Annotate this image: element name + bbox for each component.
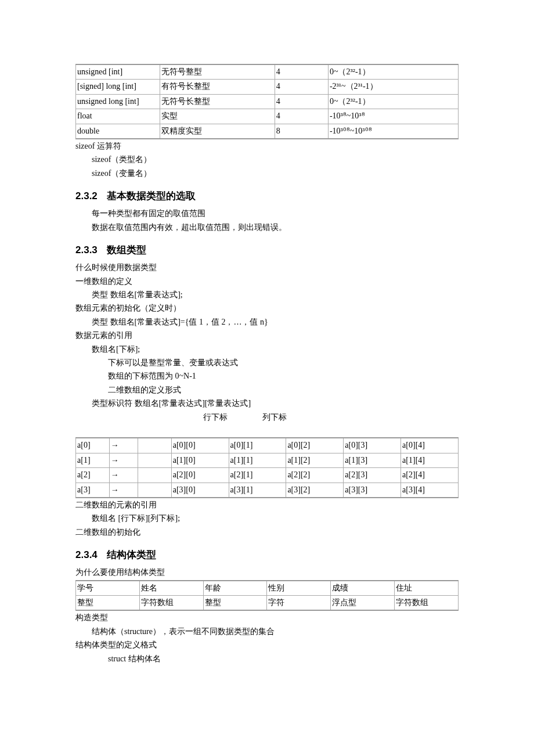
- table-cell: a[0][4]: [401, 438, 459, 453]
- table-cell: a[0]: [76, 438, 110, 453]
- table-cell: double: [76, 124, 160, 139]
- table-cell: a[1][2]: [286, 453, 344, 467]
- table-cell: 0~（2³²-1）: [328, 94, 458, 109]
- table-cell: -10³⁸~10³⁸: [328, 109, 458, 124]
- table-cell: a[3][1]: [229, 483, 286, 498]
- col-sub-label: 列下标: [262, 413, 287, 422]
- table-cell: a[2][1]: [229, 468, 286, 483]
- table-header-cell: 年龄: [203, 581, 267, 596]
- table-cell: 双精度实型: [160, 124, 275, 139]
- table-cell: 无符号长整型: [160, 94, 275, 109]
- table-cell: a[0][0]: [171, 438, 229, 453]
- p233-11: 类型标识符 数组名[常量表达式][常量表达式]: [75, 397, 459, 410]
- table-cell: 0~（2³²-1）: [328, 64, 458, 80]
- table-cell: 浮点型: [331, 596, 395, 611]
- table-cell: →: [109, 483, 138, 498]
- table-cell: →: [109, 438, 138, 453]
- p233-1: 什么时候使用数据类型: [75, 261, 459, 274]
- table-row: a[1]→a[1][0]a[1][1]a[1][2]a[1][3]a[1][4]: [76, 453, 459, 467]
- sizeof-title: sizeof 运算符: [75, 140, 459, 153]
- table-row: double双精度实型8-10³⁰⁸~10³⁰⁸: [76, 124, 459, 139]
- data-types-table: unsigned [int]无符号整型40~（2³²-1）[signed] lo…: [75, 64, 459, 139]
- table-cell: [138, 453, 172, 467]
- heading-num: 2.3.3: [75, 244, 98, 255]
- table-cell: a[2][0]: [171, 468, 229, 483]
- p234a: 为什么要使用结构体类型: [75, 566, 459, 579]
- table-row: a[0]→a[0][0]a[0][1]a[0][2]a[0][3]a[0][4]: [76, 438, 459, 453]
- p233-10: 二维数组的定义形式: [75, 384, 459, 397]
- table-cell: a[3][3]: [344, 483, 401, 498]
- p234b-1: 构造类型: [75, 611, 459, 624]
- table-cell: →: [109, 468, 138, 483]
- table-cell: unsigned [int]: [76, 64, 160, 80]
- table-cell: 8: [275, 124, 328, 139]
- heading-text: 基本数据类型的选取: [107, 190, 196, 201]
- table-cell: a[3][4]: [401, 483, 459, 498]
- row-sub-label: 行下标: [203, 413, 228, 422]
- table-cell: a[0][1]: [229, 438, 286, 453]
- heading-num: 2.3.2: [75, 190, 98, 201]
- table-cell: a[2][3]: [344, 468, 401, 483]
- table-row: float实型4-10³⁸~10³⁸: [76, 109, 459, 124]
- p233-7: 数组名[下标];: [75, 343, 459, 356]
- heading-233: 2.3.3数组类型: [75, 242, 459, 258]
- heading-text: 数组类型: [107, 244, 146, 255]
- table-header-cell: 学号: [76, 581, 140, 596]
- table-cell: unsigned long [int]: [76, 94, 160, 109]
- heading-232: 2.3.2基本数据类型的选取: [75, 188, 459, 204]
- table-cell: [signed] long [int]: [76, 80, 160, 94]
- sizeof-line-1: sizeof（类型名）: [75, 153, 459, 166]
- table-cell: 字符数组: [139, 596, 203, 611]
- table-cell: a[1][3]: [344, 453, 401, 467]
- table-row: unsigned long [int]无符号长整型40~（2³²-1）: [76, 94, 459, 109]
- table-cell: 有符号长整型: [160, 80, 275, 94]
- heading-num: 2.3.4: [75, 549, 98, 560]
- struct-fields-table: 学号姓名年龄性别成绩住址 整型字符数组整型字符浮点型字符数组: [75, 580, 459, 611]
- table-cell: 4: [275, 64, 328, 80]
- p233-12: 行下标列下标: [75, 411, 459, 424]
- heading-234: 2.3.4结构体类型: [75, 547, 459, 563]
- table-cell: a[3]: [76, 483, 110, 498]
- p233-8: 下标可以是整型常量、变量或表达式: [75, 357, 459, 369]
- table-cell: 4: [275, 94, 328, 109]
- p232-1: 每一种类型都有固定的取值范围: [75, 207, 459, 220]
- table-cell: 整型: [203, 596, 267, 611]
- table-cell: 整型: [76, 596, 140, 611]
- table-header-cell: 住址: [395, 581, 459, 596]
- table-cell: [138, 468, 172, 483]
- p233-9: 数组的下标范围为 0~N-1: [75, 370, 459, 383]
- table-cell: -2³¹~（2³¹-1）: [328, 80, 458, 94]
- heading-text: 结构体类型: [107, 549, 156, 560]
- table-row: a[3]→a[3][0]a[3][1]a[3][2]a[3][3]a[3][4]: [76, 483, 459, 498]
- table-cell: a[1]: [76, 453, 110, 467]
- table-cell: a[1][0]: [171, 453, 229, 467]
- table-cell: -10³⁰⁸~10³⁰⁸: [328, 124, 458, 139]
- table-cell: a[3][0]: [171, 483, 229, 498]
- table-cell: a[2][2]: [286, 468, 344, 483]
- table-row: [signed] long [int]有符号长整型4-2³¹~（2³¹-1）: [76, 80, 459, 94]
- p234b-4: struct 结构体名: [75, 653, 459, 665]
- table-cell: a[0][3]: [344, 438, 401, 453]
- sizeof-line-2: sizeof（变量名）: [75, 167, 459, 180]
- table-cell: a[2]: [76, 468, 110, 483]
- table-cell: →: [109, 453, 138, 467]
- p233b-3: 二维数组的初始化: [75, 526, 459, 539]
- table-cell: 实型: [160, 109, 275, 124]
- table-cell: [138, 483, 172, 498]
- table-cell: 字符: [267, 596, 331, 611]
- table-header-cell: 成绩: [331, 581, 395, 596]
- p233b-2: 数组名 [行下标][列下标];: [75, 512, 459, 525]
- table-cell: 无符号整型: [160, 64, 275, 80]
- p234b-2: 结构体（structure），表示一组不同数据类型的集合: [75, 625, 459, 638]
- table-row: a[2]→a[2][0]a[2][1]a[2][2]a[2][3]a[2][4]: [76, 468, 459, 483]
- array-2d-table: a[0]→a[0][0]a[0][1]a[0][2]a[0][3]a[0][4]…: [75, 437, 459, 498]
- p233-3: 类型 数组名[常量表达式];: [75, 289, 459, 301]
- table-row: unsigned [int]无符号整型40~（2³²-1）: [76, 64, 459, 80]
- p232-2: 数据在取值范围内有效，超出取值范围，则出现错误。: [75, 221, 459, 234]
- table-cell: a[1][1]: [229, 453, 286, 467]
- table-header-cell: 姓名: [139, 581, 203, 596]
- p233-6: 数据元素的引用: [75, 329, 459, 342]
- table-cell: [138, 438, 172, 453]
- table-cell: 4: [275, 109, 328, 124]
- p233-2: 一维数组的定义: [75, 275, 459, 288]
